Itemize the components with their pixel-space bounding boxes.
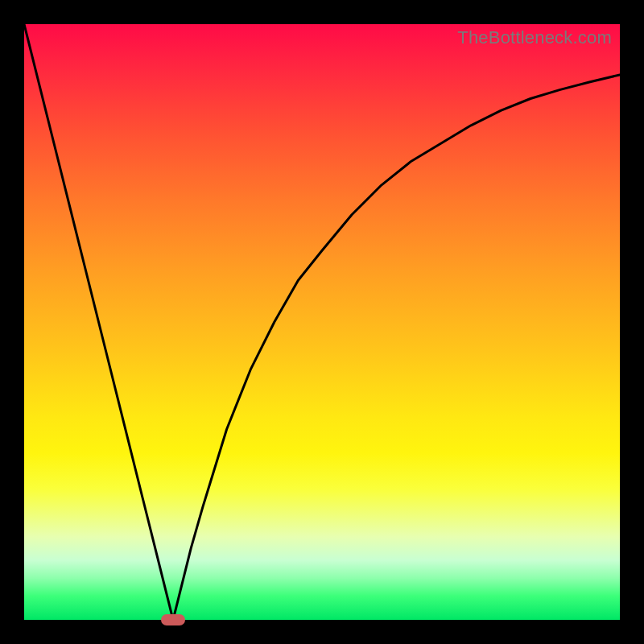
curve-path bbox=[24, 24, 620, 620]
optimal-marker bbox=[161, 614, 185, 625]
plot-area: TheBottleneck.com bbox=[24, 24, 620, 620]
bottleneck-curve bbox=[24, 24, 620, 620]
chart-frame: TheBottleneck.com bbox=[0, 0, 644, 644]
